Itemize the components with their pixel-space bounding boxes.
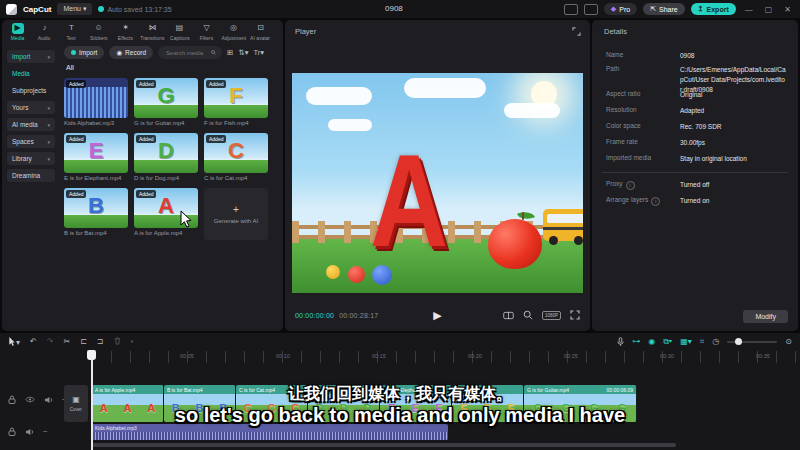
media-tile-cat[interactable]: AddedC C is for Cat.mp4 [204, 133, 268, 181]
timeline-zoom-slider[interactable] [727, 341, 777, 343]
preview-zoom-icon[interactable] [523, 310, 533, 320]
media-tile-fish[interactable]: AddedF F is for Fish.mp4 [204, 78, 268, 126]
ruler-label: 00:15 [372, 353, 386, 359]
import-icon [71, 50, 76, 55]
lock-icon[interactable] [8, 427, 16, 436]
close-button[interactable]: ✕ [781, 5, 794, 14]
voiceover-mic-icon[interactable] [617, 337, 624, 347]
media-tile-name: D is for Dog.mp4 [134, 175, 198, 181]
timeline-settings-icon[interactable]: ◷ [712, 338, 719, 346]
media-tile-name: F is for Fish.mp4 [204, 120, 268, 126]
type-filter-dropdown[interactable]: Tr▾ [253, 48, 264, 57]
layout-toggle-icon[interactable] [564, 4, 578, 15]
delete-icon[interactable] [114, 337, 121, 347]
pro-button[interactable]: ◆Pro [604, 3, 637, 15]
sidebar-item-media[interactable]: Media [7, 67, 55, 80]
snap-toggle-icon[interactable]: ⊶ [632, 338, 640, 346]
export-button[interactable]: ↥Export [691, 3, 736, 15]
main-track-magnet-icon[interactable]: ◉ [648, 338, 655, 346]
zoom-slider-knob[interactable] [735, 338, 742, 345]
timeline-horizontal-scrollbar[interactable] [92, 443, 676, 447]
details-divider [602, 172, 788, 173]
redo-icon[interactable]: ↷ [47, 338, 54, 346]
delete-left-icon[interactable]: ⊏ [80, 338, 87, 346]
preview-viewport[interactable]: A [292, 73, 583, 293]
tab-captions[interactable]: ▤Captions [166, 23, 193, 41]
filter-all-label[interactable]: All [66, 64, 74, 71]
detail-row-name: Name0908 [606, 51, 788, 61]
timeline-ruler[interactable] [92, 351, 800, 363]
detail-row-frame-rate: Frame rate30.00fps [606, 138, 788, 148]
fullscreen-icon[interactable] [570, 310, 580, 320]
marker-icon[interactable]: ◦ [131, 338, 134, 346]
tab-transitions[interactable]: ⋈Transitions [139, 23, 166, 41]
transitions-icon: ⋈ [147, 23, 159, 34]
preview-quality-badge[interactable]: 1080P [542, 311, 561, 320]
panel-layout-icon[interactable] [584, 4, 598, 15]
maximize-button[interactable]: ▢ [762, 5, 776, 14]
scene-ball-blue [372, 265, 392, 285]
collapse-track-icon[interactable]: − [43, 427, 48, 436]
info-icon[interactable]: i [651, 197, 660, 206]
sidebar-item-library[interactable]: Library▾ [7, 152, 55, 165]
tab-media[interactable]: ▶Media [4, 23, 31, 41]
mirror-preview-icon[interactable] [503, 311, 514, 320]
sidebar-item-ai-media[interactable]: AI media▾ [7, 118, 55, 131]
ruler-label: 00:05 [180, 353, 194, 359]
link-clips-dropdown[interactable]: ⧉▾ [663, 338, 672, 346]
tab-adjustment[interactable]: ◎Adjustment [220, 23, 247, 41]
search-box[interactable] [158, 46, 222, 59]
tab-stickers[interactable]: ☺Stickers [85, 23, 112, 41]
duration-timecode: 00:00:28:17 [339, 312, 378, 319]
search-input[interactable] [164, 49, 208, 57]
split-icon[interactable]: ✂ [63, 338, 70, 346]
details-title: Details [604, 27, 627, 36]
audio-track-header: − [8, 427, 48, 436]
detail-row-color-space: Color spaceRec. 709 SDR [606, 122, 788, 132]
player-expand-icon[interactable] [572, 27, 581, 36]
zoom-fit-icon[interactable]: ⊙ [785, 338, 792, 346]
play-button[interactable]: ▶ [433, 309, 441, 322]
tab-filters[interactable]: ▽Filters [193, 23, 220, 41]
scene-cloud [504, 103, 560, 118]
media-tile-guitar[interactable]: AddedG G is for Guitar.mp4 [134, 78, 198, 126]
sidebar-item-import[interactable]: Import▾ [7, 50, 55, 63]
modify-button[interactable]: Modify [743, 310, 788, 323]
media-tile-elephant[interactable]: AddedE E is for Elephant.mp4 [64, 133, 128, 181]
generate-with-ai-tile[interactable]: + Generate with AI [204, 188, 268, 240]
media-tile-name: A is for Apple.mp4 [134, 230, 198, 236]
record-button[interactable]: ◉Record [109, 46, 153, 59]
media-tile-bat[interactable]: AddedB B is for Bat.mp4 [64, 188, 128, 236]
tab-audio[interactable]: ♪Audio [31, 23, 58, 41]
media-tile-kids-alphabet[interactable]: Added Kids Alphabet.mp3 [64, 78, 128, 126]
sidebar-item-spaces[interactable]: Spaces▾ [7, 135, 55, 148]
tab-effects[interactable]: ✶Effects [112, 23, 139, 41]
chevron-down-icon: ▾ [47, 139, 50, 145]
mute-icon[interactable] [25, 428, 34, 436]
playhead-handle[interactable] [87, 350, 96, 360]
info-icon[interactable]: i [626, 181, 635, 190]
delete-right-icon[interactable]: ⊐ [97, 338, 104, 346]
minimize-button[interactable]: — [742, 5, 756, 14]
tab-ai-avatar[interactable]: ⊡AI avatar [247, 23, 274, 41]
auto-captions-dropdown[interactable]: ▦▾ [680, 338, 692, 346]
details-panel: Details Name0908 PathC:/Users/Emenes/App… [592, 20, 798, 331]
sort-dropdown-icon[interactable]: ⇅▾ [238, 48, 248, 57]
menu-button[interactable]: Menu ▾ [57, 3, 92, 15]
added-badge: Added [206, 80, 226, 88]
adjustment-icon: ◎ [228, 23, 240, 34]
sidebar-item-yours[interactable]: Yours▾ [7, 101, 55, 114]
player-controls: 00:00:00:00 00:00:28:17 ▶ 1080P [285, 303, 590, 327]
select-tool-dropdown[interactable]: ▾ [8, 337, 20, 347]
sidebar-item-dreamina[interactable]: Dreamina [7, 169, 55, 182]
chevron-down-icon: ▾ [47, 156, 50, 162]
share-button[interactable]: ⇱Share [643, 3, 685, 15]
tab-text[interactable]: TText [58, 23, 85, 41]
import-button[interactable]: Import [64, 46, 104, 59]
preview-axis-icon[interactable]: ⌗ [700, 338, 705, 346]
thumbnail-letter: E [89, 138, 104, 164]
grid-view-icon[interactable]: ⊞ [227, 48, 233, 57]
media-tile-dog[interactable]: AddedD D is for Dog.mp4 [134, 133, 198, 181]
sidebar-item-subprojects[interactable]: Subprojects [7, 84, 55, 97]
undo-icon[interactable]: ↶ [30, 338, 37, 346]
